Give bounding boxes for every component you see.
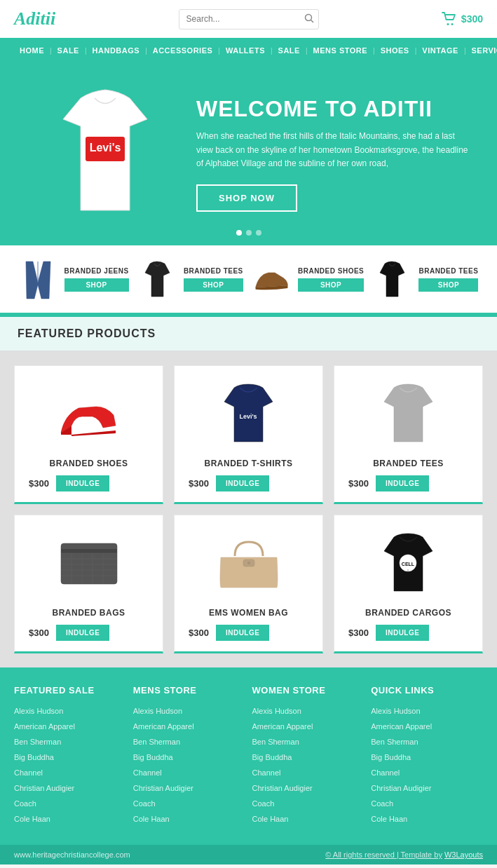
footer-link[interactable]: Big Buddha [252,753,292,761]
nav-vintage[interactable]: VINTAGE [416,46,464,55]
tshirt-navy-icon: Levi's [219,382,278,449]
jeans-icon [22,258,54,300]
nav-handbags[interactable]: HANDBAGS [87,46,146,55]
product-name-5: BRANDED CARGOS [365,608,451,618]
footer-link[interactable]: Christian Audigier [133,784,193,792]
nav-accessories[interactable]: ACCESSORIES [147,46,219,55]
indulge-button-3[interactable]: INDULGE [56,625,110,641]
indulge-button-0[interactable]: INDULGE [56,475,110,491]
category-shop-jeans[interactable]: SHOP [64,278,129,292]
category-shop-tees-2[interactable]: SHOP [418,278,478,292]
main-nav: HOME | SALE | HANDBAGS | ACCESSORIES | W… [0,38,497,63]
search-input[interactable] [179,11,299,27]
cart-icon [442,12,457,26]
footer-col-featured-sale: FEATURED SALE Alexis Hudson American App… [14,685,126,827]
category-shop-tees-1[interactable]: SHOP [184,278,243,292]
indulge-button-4[interactable]: INDULGE [216,625,270,641]
footer-link[interactable]: Channel [371,768,400,777]
nav-services[interactable]: SERVICES [466,46,498,55]
cart-area[interactable]: $300 [442,12,483,26]
hero-image-area: Levi's [28,84,182,224]
nav-sale-2[interactable]: SALE [273,46,306,55]
category-label-jeans: BRANDED JEENS [64,267,129,275]
footer-template-link[interactable]: W3Layouts [444,850,483,859]
product-card-2: BRANDED TEES $300 INDULGE [334,365,483,504]
footer-women-store-list: Alexis Hudson American Apparel Ben Sherm… [252,704,365,825]
product-card-0: BRANDED SHOES $300 INDULGE [14,365,163,504]
nav-home[interactable]: HOME [14,46,50,55]
indulge-button-5[interactable]: INDULGE [376,625,430,641]
footer-link[interactable]: Big Buddha [133,753,173,761]
product-card-3: BRANDED BAGS $300 INDULGE [14,515,163,653]
footer-women-store-title: WOMEN Store [252,685,365,696]
featured-title: FEATURED PRODUCTS [18,327,479,340]
footer-featured-sale-list: Alexis Hudson American Apparel Ben Sherm… [14,704,126,825]
nav-shoes[interactable]: SHOES [375,46,415,55]
footer-link[interactable]: Ben Sherman [133,738,180,746]
footer-link[interactable]: Coach [14,799,36,808]
nav-mens-store[interactable]: MENS STORE [308,46,374,55]
category-shop-shoes[interactable]: SHOP [298,278,364,292]
svg-point-3 [451,23,453,25]
indulge-button-1[interactable]: INDULGE [216,475,270,491]
carousel-dot-1[interactable] [236,230,242,236]
footer-link[interactable]: Alexis Hudson [252,707,301,715]
footer-link[interactable]: American Apparel [14,722,75,731]
footer-link[interactable]: Cole Haan [371,815,407,823]
svg-text:Levi's: Levi's [239,413,257,420]
footer-link[interactable]: Alexis Hudson [133,707,182,715]
footer-link[interactable]: Cole Haan [252,815,289,823]
carousel-dot-3[interactable] [256,230,261,236]
footer-featured-sale-title: FEATURED SALE [14,685,126,696]
product-image-2 [374,380,444,450]
footer-link[interactable]: Big Buddha [14,753,54,761]
footer-link[interactable]: Channel [252,768,281,777]
product-price-0: $300 [29,478,49,489]
footer-quick-links-list: Alexis Hudson American Apparel Ben Sherm… [371,704,483,825]
category-info-shoes: BRANDED SHOES SHOP [298,267,364,292]
footer-link[interactable]: Alexis Hudson [14,707,63,715]
nav-sale-1[interactable]: SALE [52,46,85,55]
product-name-1: BRANDED T-SHIRTS [204,459,292,468]
carousel-dot-2[interactable] [246,230,252,236]
category-label-tees-1: BRANDED TEES [184,267,243,275]
hero-description: When she reached the first hills of the … [196,130,469,170]
footer-link[interactable]: Christian Audigier [371,784,431,792]
footer-link[interactable]: Ben Sherman [14,738,61,746]
shop-now-button[interactable]: SHOP NOW [196,184,297,212]
svg-rect-9 [61,549,117,553]
footer-col-mens-store: MENS STORE Alexis Hudson American Appare… [133,685,245,827]
footer-link[interactable]: Coach [252,799,275,808]
footer-link[interactable]: Channel [14,768,43,777]
product-price-1: $300 [189,478,209,489]
footer-link[interactable]: Coach [371,799,393,808]
footer-col-quick-links: QUICK LINKS Alexis Hudson American Appar… [371,685,483,827]
search-button[interactable] [299,10,319,29]
site-logo: Aditii [14,8,55,29]
category-label-tees-2: BRANDED TEES [418,267,478,275]
jeans-image [19,258,57,300]
footer-copyright: © All rights reserved | Template by W3La… [325,850,483,859]
product-bottom-1: $300 INDULGE [185,475,312,491]
footer-link[interactable]: American Apparel [371,722,432,731]
footer-link[interactable]: Alexis Hudson [371,707,420,715]
hero-section: Levi's WELCOME TO ADITII When she reache… [0,63,497,245]
svg-point-20 [247,562,250,564]
footer-link[interactable]: Channel [133,768,162,777]
footer-url: www.heritagechristiancollege.com [14,850,130,859]
shoes-icon [252,264,291,295]
footer-link[interactable]: American Apparel [133,722,194,731]
footer-link[interactable]: Big Buddha [371,753,411,761]
footer-link[interactable]: American Apparel [252,722,313,731]
footer-link[interactable]: Ben Sherman [371,738,418,746]
footer-link[interactable]: Christian Audigier [14,784,74,792]
footer-link[interactable]: Cole Haan [14,815,50,823]
footer-link[interactable]: Christian Audigier [252,784,313,792]
nav-wallets[interactable]: WALLETS [220,46,271,55]
indulge-button-2[interactable]: INDULGE [376,475,430,491]
footer-columns: FEATURED SALE Alexis Hudson American App… [14,685,483,827]
product-card-1: Levi's BRANDED T-SHIRTS $300 INDULGE [174,365,323,504]
footer-link[interactable]: Ben Sherman [252,738,299,746]
footer-link[interactable]: Cole Haan [133,815,170,823]
footer-link[interactable]: Coach [133,799,156,808]
